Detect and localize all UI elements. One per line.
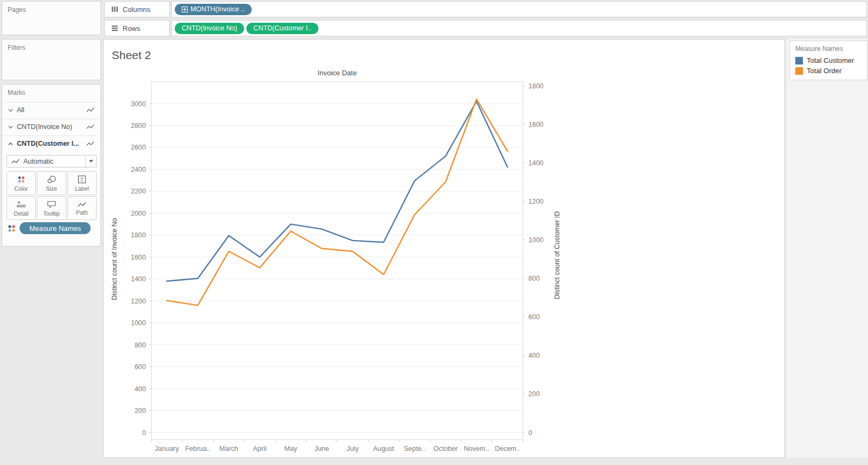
legend-item-total-order[interactable]: Total Order	[790, 66, 867, 76]
path-icon	[78, 201, 86, 208]
right-axis-tick-label: 1800	[528, 82, 544, 90]
left-axis-tick-label: 600	[135, 363, 146, 371]
line-mark-icon	[86, 107, 94, 113]
line-mark-icon	[86, 124, 94, 130]
size-button-label: Size	[46, 185, 57, 192]
rows-shelf-label-box: Rows	[104, 20, 170, 36]
left-axis-tick-label: 2200	[131, 188, 146, 195]
legend-label: Total Customer	[807, 56, 854, 64]
measure-names-legend: Measure Names Total Customer Total Order	[789, 41, 867, 80]
label-button[interactable]: T Label	[67, 171, 97, 195]
left-axis-tick-label: 2800	[131, 122, 146, 130]
pill-month-invoice-date[interactable]: MONTH(Invoice ..	[175, 4, 252, 15]
legend-swatch-blue	[795, 57, 803, 64]
filters-card: Filters	[2, 39, 101, 80]
right-axis-tick-label: 400	[528, 352, 540, 359]
right-axis-tick-label: 1200	[528, 198, 544, 205]
line-mark-icon	[11, 159, 20, 164]
legend-title: Measure Names	[790, 41, 867, 55]
tooltip-button-label: Tooltip	[43, 210, 60, 217]
x-axis-label: May	[284, 445, 297, 453]
left-axis-tick-label: 0	[142, 429, 146, 437]
legend-label: Total Order	[807, 67, 841, 75]
size-icon	[47, 175, 56, 184]
marks-card: Marks All CNTD(Invoice No) CNTD(Customer…	[2, 84, 101, 247]
tooltip-icon	[47, 200, 56, 209]
x-axis-label: August	[373, 445, 394, 453]
right-axis-tick-label: 1000	[528, 236, 544, 244]
right-axis-tick-label: 1400	[528, 159, 544, 167]
detail-button[interactable]: Detail	[7, 196, 36, 220]
dual-axis-line-chart: 0200400600800100012001400160018002000220…	[104, 40, 784, 457]
legend-panel-background	[787, 39, 868, 458]
marks-layer-invoice-no[interactable]: CNTD(Invoice No)	[3, 119, 100, 134]
marks-layer-label: CNTD(Customer I...	[17, 140, 82, 147]
marks-layer-customer-id[interactable]: CNTD(Customer I...	[3, 135, 100, 151]
marks-layer-label: All	[17, 106, 82, 114]
mark-type-value: Automatic	[23, 158, 54, 165]
columns-shelf-label: Columns	[123, 5, 150, 14]
chevron-up-icon	[8, 142, 13, 146]
rows-shelf[interactable]: CNTD(Invoice No) CNTD(Customer I..	[171, 20, 867, 36]
path-button[interactable]: Path	[67, 196, 97, 220]
svg-text:T: T	[80, 177, 84, 182]
x-axis-label: March	[219, 445, 238, 453]
left-axis-tick-label: 1400	[131, 275, 146, 283]
pill-label: MONTH(Invoice ..	[190, 5, 245, 13]
chevron-down-icon	[8, 108, 13, 112]
label-button-label: Label	[75, 185, 89, 192]
x-axis-label: Decem..	[495, 445, 520, 453]
left-axis-tick-label: 2600	[131, 144, 146, 151]
path-button-label: Path	[76, 209, 88, 216]
mark-type-dropdown[interactable]: Automatic	[7, 155, 97, 167]
x-axis-label: April	[253, 445, 266, 453]
right-axis-tick-label: 600	[528, 313, 540, 321]
marks-layer-label: CNTD(Invoice No)	[17, 123, 82, 131]
measure-names-pill[interactable]: Measure Names	[20, 222, 91, 234]
left-axis-tick-label: 200	[135, 407, 146, 415]
marks-layer-all[interactable]: All	[3, 102, 100, 118]
left-axis-tick-label: 1800	[131, 231, 146, 239]
x-axis-label: Februa..	[185, 445, 210, 453]
pill-cntd-invoice-no[interactable]: CNTD(Invoice No)	[175, 23, 244, 34]
detail-icon	[16, 200, 26, 209]
left-axis-tick-label: 1600	[131, 254, 146, 261]
expand-plus-icon	[182, 7, 188, 12]
series-line-total-order[interactable]	[167, 99, 508, 305]
right-axis-title: Distinct count of Customer ID	[553, 211, 561, 300]
columns-shelf-label-box: Columns	[104, 1, 170, 17]
color-button-label: Color	[14, 185, 28, 192]
x-axis-label: July	[347, 445, 359, 453]
left-axis-tick-label: 1200	[131, 298, 146, 305]
legend-item-total-customer[interactable]: Total Customer	[790, 55, 867, 66]
right-axis-tick-label: 800	[528, 275, 540, 282]
x-axis-label: June	[314, 445, 329, 453]
marks-card-title: Marks	[2, 85, 100, 96]
color-button[interactable]: Color	[7, 171, 36, 195]
x-axis-label: January	[155, 445, 179, 453]
left-axis-tick-label: 2400	[131, 166, 146, 173]
left-axis-tick-label: 400	[135, 385, 146, 393]
left-axis-title: Distinct count of Invoice No	[111, 218, 118, 300]
dropdown-caret[interactable]	[85, 156, 96, 167]
color-icon	[17, 175, 25, 184]
filters-card-title: Filters	[2, 40, 100, 51]
x-axis-label: Novem..	[464, 445, 489, 453]
left-axis-tick-label: 800	[135, 341, 146, 349]
x-axis-label: Septe..	[404, 445, 425, 453]
pill-cntd-customer-id[interactable]: CNTD(Customer I..	[246, 23, 318, 34]
pill-label: CNTD(Customer I..	[253, 24, 311, 32]
chevron-down-icon	[8, 125, 13, 129]
plot-border	[151, 82, 523, 440]
size-button[interactable]: Size	[37, 171, 66, 195]
columns-shelf[interactable]: MONTH(Invoice ..	[171, 1, 867, 17]
detail-button-label: Detail	[14, 210, 29, 217]
pages-card-title: Pages	[2, 2, 100, 14]
rows-icon	[111, 25, 118, 31]
tooltip-button[interactable]: Tooltip	[37, 196, 66, 220]
rows-shelf-label: Rows	[123, 24, 141, 33]
right-axis-tick-label: 200	[528, 390, 540, 398]
pill-label: CNTD(Invoice No)	[182, 24, 237, 32]
label-icon: T	[78, 175, 86, 184]
line-mark-icon	[86, 141, 94, 146]
